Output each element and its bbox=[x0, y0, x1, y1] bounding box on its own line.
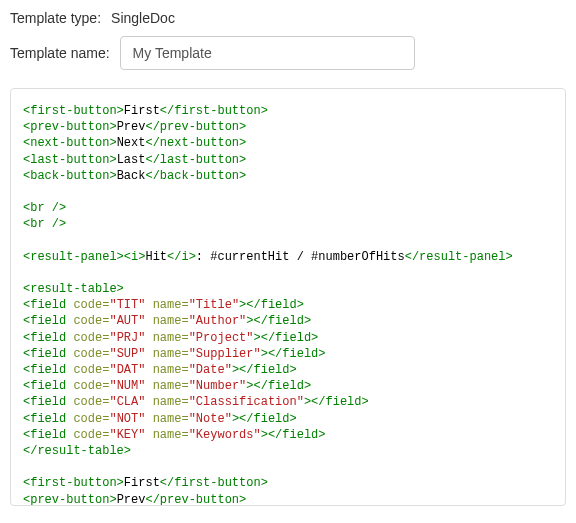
template-type-label: Template type: bbox=[10, 10, 101, 26]
template-code-editor[interactable]: <first-button>First</first-button> <prev… bbox=[10, 88, 566, 506]
template-name-row: Template name: bbox=[10, 36, 566, 70]
template-name-input[interactable] bbox=[120, 36, 415, 70]
code-content: <first-button>First</first-button> <prev… bbox=[23, 103, 553, 506]
template-name-label: Template name: bbox=[10, 45, 110, 61]
template-type-row: Template type: SingleDoc bbox=[10, 10, 566, 26]
template-type-value: SingleDoc bbox=[111, 10, 175, 26]
